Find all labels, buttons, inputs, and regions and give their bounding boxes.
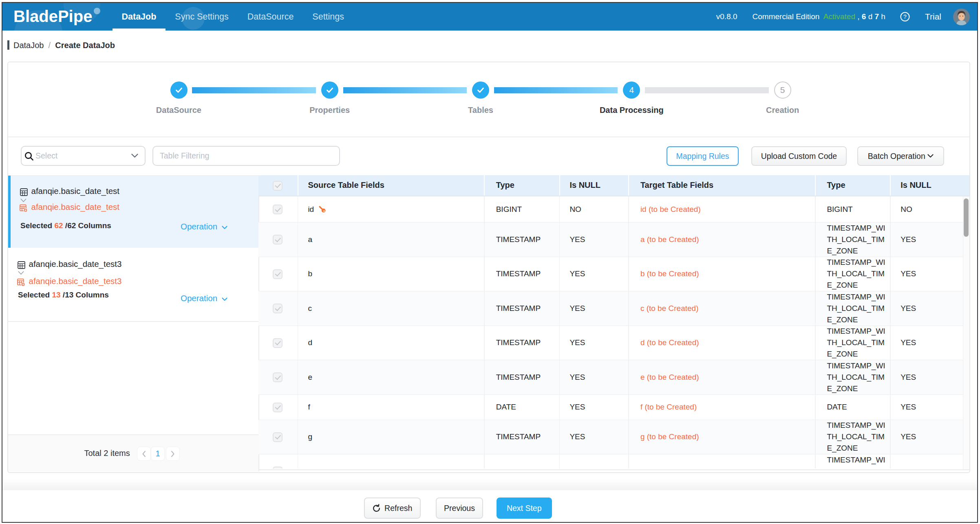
svg-text:?: ? — [903, 13, 907, 20]
